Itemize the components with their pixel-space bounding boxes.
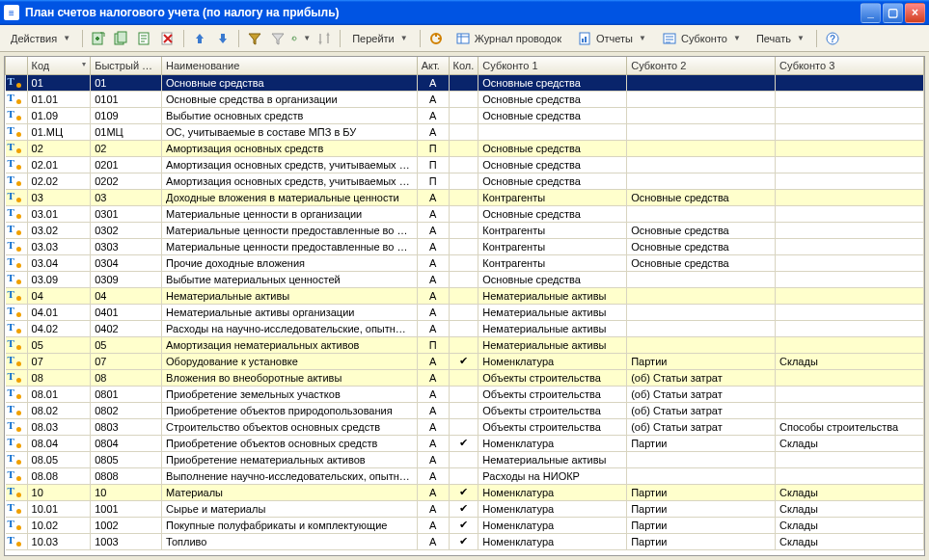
row-icon xyxy=(6,205,28,222)
cell-quick: 0402 xyxy=(91,320,162,336)
col-sub1[interactable]: Субконто 1 xyxy=(478,57,627,74)
edit-icon[interactable] xyxy=(134,28,155,49)
table-row[interactable]: 0404Нематериальные активыАНематериальные… xyxy=(6,287,924,304)
add-icon[interactable] xyxy=(88,28,109,49)
cell-sub3: Склады xyxy=(776,533,924,549)
refresh2-icon[interactable] xyxy=(425,28,447,49)
cell-akt: А xyxy=(417,222,449,238)
col-quick[interactable]: Быстрый … xyxy=(91,57,162,74)
table-row[interactable]: 10.021002Покупные полуфабрикаты и компле… xyxy=(6,517,924,533)
col-code[interactable]: Код▾ xyxy=(27,57,91,74)
cell-sub3 xyxy=(776,304,924,320)
cell-kol xyxy=(449,451,478,467)
col-sub2[interactable]: Субконто 2 xyxy=(627,57,776,74)
window-close-button[interactable]: × xyxy=(905,3,925,23)
hierarchy-up-icon[interactable] xyxy=(189,28,210,49)
table-row[interactable]: 0101Основные средстваАОсновные средства xyxy=(6,74,924,91)
cell-sub3 xyxy=(776,107,924,123)
cell-code: 08.02 xyxy=(27,402,91,418)
table-row[interactable]: 02.020202Амортизация основных средств, у… xyxy=(6,173,924,189)
cell-code: 03.02 xyxy=(27,222,91,238)
help-icon[interactable]: ? xyxy=(822,28,843,49)
cell-kol xyxy=(449,254,478,271)
cell-sub1: Нематериальные активы xyxy=(478,287,627,304)
row-icon xyxy=(6,254,28,271)
cell-code: 03.01 xyxy=(27,205,91,222)
window-titlebar: ≡ План счетов налогового учета (по налог… xyxy=(0,0,929,25)
cell-quick: 0202 xyxy=(91,173,162,189)
table-row[interactable]: 0707Оборудование к установкеА✔Номенклату… xyxy=(6,353,924,369)
cell-code: 02 xyxy=(27,140,91,156)
cell-code: 01.09 xyxy=(27,107,91,123)
actions-menu[interactable]: Действия▼ xyxy=(4,28,77,49)
cell-akt: А xyxy=(417,320,449,336)
table-row[interactable]: 0505Амортизация нематериальных активовПН… xyxy=(6,336,924,353)
refresh-icon[interactable]: ▼ xyxy=(290,28,312,49)
table-row[interactable]: 03.040304Прочие доходные вложенияАКонтра… xyxy=(6,254,924,271)
print-menu[interactable]: Печать▼ xyxy=(750,28,811,49)
table-row[interactable]: 02.010201Амортизация основных средств, у… xyxy=(6,156,924,173)
cell-sub2: Основные средства xyxy=(627,254,776,271)
cell-sub2 xyxy=(627,123,776,140)
col-name[interactable]: Наименование xyxy=(162,57,418,74)
cell-quick: 0303 xyxy=(91,238,162,254)
subconto-menu[interactable]: Субконто▼ xyxy=(655,28,748,49)
table-row[interactable]: 03.010301Материальные ценности в организ… xyxy=(6,205,924,222)
table-row[interactable]: 04.010401Нематериальные активы организац… xyxy=(6,304,924,320)
table-row[interactable]: 01.010101Основные средства в организации… xyxy=(6,91,924,107)
table-row[interactable]: 01.МЦ01МЦОС, учитываемые в составе МПЗ в… xyxy=(6,123,924,140)
cell-kol xyxy=(449,173,478,189)
cell-quick: 10 xyxy=(91,484,162,500)
table-row[interactable]: 0303Доходные вложения в материальные цен… xyxy=(6,189,924,205)
table-row[interactable]: 01.090109Выбытие основных средствАОсновн… xyxy=(6,107,924,123)
table-row[interactable]: 0808Вложения во внеоборотные активыАОбъе… xyxy=(6,369,924,386)
goto-menu[interactable]: Перейти▼ xyxy=(345,28,415,49)
table-row[interactable]: 10.031003ТопливоА✔НоменклатураПартииСкла… xyxy=(6,533,924,549)
col-akt[interactable]: Акт. xyxy=(417,57,449,74)
table-row[interactable]: 1010МатериалыА✔НоменклатураПартииСклады xyxy=(6,484,924,500)
cell-sub1: Номенклатура xyxy=(478,500,627,517)
cell-akt: П xyxy=(417,156,449,173)
cell-sub1: Номенклатура xyxy=(478,484,627,500)
cell-akt: А xyxy=(417,107,449,123)
cell-code: 10.03 xyxy=(27,533,91,549)
table-row[interactable]: 08.050805Приобретение нематериальных акт… xyxy=(6,451,924,467)
grid-scroll-area[interactable]: Код▾ Быстрый … Наименование Акт. Кол. Су… xyxy=(4,56,925,556)
col-kol[interactable]: Кол. xyxy=(449,57,478,74)
filter-off-icon[interactable] xyxy=(267,28,288,49)
delete-icon[interactable] xyxy=(157,28,178,49)
cell-code: 10 xyxy=(27,484,91,500)
col-icon[interactable] xyxy=(6,57,28,74)
cell-quick: 04 xyxy=(91,287,162,304)
table-row[interactable]: 08.080808Выполнение научно-исследователь… xyxy=(6,467,924,484)
table-row[interactable]: 10.011001Сырье и материалыА✔Номенклатура… xyxy=(6,500,924,517)
table-row[interactable]: 08.040804Приобретение объектов основных … xyxy=(6,435,924,451)
table-row[interactable]: 08.020802Приобретение объектов природопо… xyxy=(6,402,924,418)
filter-icon[interactable] xyxy=(244,28,265,49)
add-copy-icon[interactable] xyxy=(111,28,132,49)
cell-name: Топливо xyxy=(162,533,418,549)
table-row[interactable]: 03.030303Материальные ценности предостав… xyxy=(6,238,924,254)
journal-button[interactable]: Журнал проводок xyxy=(449,28,568,49)
cell-name: Выбытие материальных ценностей xyxy=(162,271,418,287)
table-row[interactable]: 08.010801Приобретение земельных участков… xyxy=(6,386,924,402)
cell-code: 03.09 xyxy=(27,271,91,287)
table-row[interactable]: 08.030803Строительство объектов основных… xyxy=(6,418,924,435)
sort-icon[interactable] xyxy=(314,28,335,49)
table-row[interactable]: 04.020402Расходы на научно-исследователь… xyxy=(6,320,924,336)
cell-code: 03.04 xyxy=(27,254,91,271)
reports-menu[interactable]: Отчеты▼ xyxy=(570,28,653,49)
hierarchy-down-icon[interactable] xyxy=(212,28,233,49)
table-row[interactable]: 0202Амортизация основных средствПОсновны… xyxy=(6,140,924,156)
table-row[interactable]: 03.020302Материальные ценности предостав… xyxy=(6,222,924,238)
col-sub3[interactable]: Субконто 3 xyxy=(776,57,924,74)
window-minimize-button[interactable]: _ xyxy=(861,3,881,23)
window-maximize-button[interactable]: ▢ xyxy=(883,3,903,23)
cell-sub3: Склады xyxy=(776,484,924,500)
row-icon xyxy=(6,517,28,533)
cell-name: Оборудование к установке xyxy=(162,353,418,369)
cell-sub3 xyxy=(776,238,924,254)
subconto-label: Субконто xyxy=(681,33,727,44)
table-row[interactable]: 03.090309Выбытие материальных ценностейА… xyxy=(6,271,924,287)
cell-sub1: Контрагенты xyxy=(478,254,627,271)
